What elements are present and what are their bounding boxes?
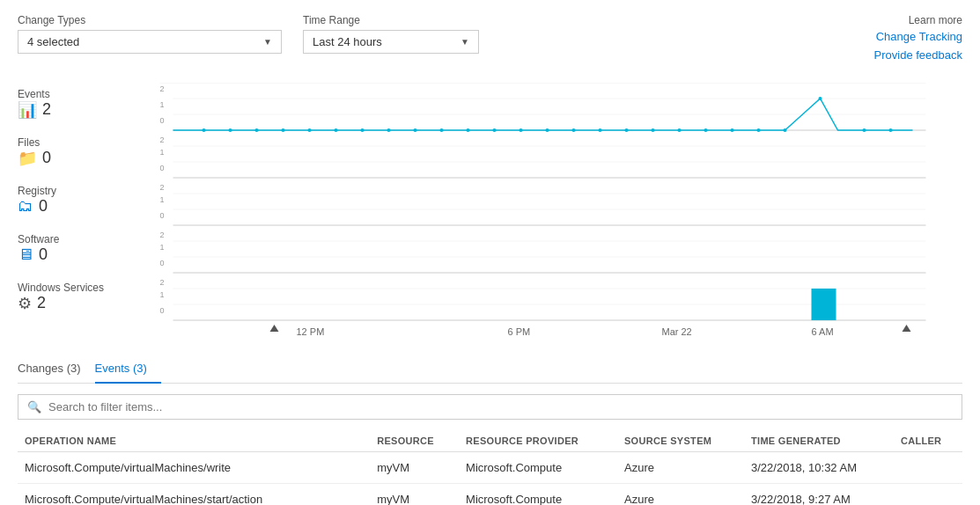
svg-text:1: 1	[160, 290, 165, 299]
svg-text:12 PM: 12 PM	[297, 326, 325, 337]
cell-provider: Microsoft.Compute	[459, 483, 617, 505]
svg-point-14	[387, 128, 391, 132]
svg-point-29	[784, 128, 787, 132]
svg-point-26	[704, 128, 708, 132]
svg-text:0: 0	[160, 116, 165, 125]
time-range-dropdown[interactable]: Last 24 hours ▼	[303, 30, 479, 54]
time-range-arrow-icon: ▼	[461, 37, 469, 47]
svg-point-31	[863, 128, 866, 132]
cell-provider: Microsoft.Compute	[459, 451, 617, 483]
svg-text:0: 0	[160, 306, 165, 315]
chart-sidebar: Events 📊 2 Files 📁 0 Registry 🗂 0	[18, 83, 123, 340]
cell-operation: Microsoft.Compute/virtualMachines/write	[18, 451, 370, 483]
cell-source: Azure	[617, 483, 744, 505]
svg-point-23	[625, 128, 629, 132]
files-count: 0	[42, 149, 51, 167]
tab-changes[interactable]: Changes (3)	[18, 355, 95, 384]
svg-text:1: 1	[160, 195, 165, 204]
events-icon: 📊	[18, 100, 37, 120]
svg-point-28	[757, 128, 761, 132]
svg-text:1: 1	[160, 100, 165, 109]
svg-point-9	[255, 128, 259, 132]
svg-text:2: 2	[160, 135, 165, 144]
svg-point-22	[599, 128, 602, 132]
cell-resource: myVM	[370, 451, 459, 483]
svg-marker-58	[270, 325, 279, 332]
search-input[interactable]	[48, 400, 953, 414]
svg-text:2: 2	[160, 278, 165, 287]
cell-caller	[894, 451, 962, 483]
category-events: Events 📊 2	[18, 83, 123, 131]
change-types-group: Change Types 4 selected ▼	[18, 14, 282, 54]
svg-text:6 PM: 6 PM	[508, 326, 531, 337]
svg-text:2: 2	[160, 183, 165, 192]
svg-point-19	[519, 128, 523, 132]
svg-point-30	[819, 97, 822, 100]
tabs-bar: Changes (3) Events (3)	[18, 355, 962, 384]
change-types-value: 4 selected	[27, 35, 79, 48]
svg-point-15	[414, 128, 417, 132]
col-header-operation: OPERATION NAME	[18, 430, 370, 452]
change-types-label: Change Types	[18, 14, 282, 26]
col-header-caller: CALLER	[894, 430, 962, 452]
svg-point-12	[335, 128, 338, 132]
search-box: 🔍	[18, 394, 962, 420]
software-count: 0	[39, 245, 48, 264]
search-icon: 🔍	[27, 400, 41, 414]
cell-source: Azure	[617, 451, 744, 483]
category-files: Files 📁 0	[18, 131, 123, 179]
table-row[interactable]: Microsoft.Compute/virtualMachines/write …	[18, 451, 962, 483]
svg-point-17	[467, 128, 470, 132]
category-software: Software 🖥 0	[18, 228, 123, 276]
change-types-dropdown[interactable]: 4 selected ▼	[18, 30, 282, 54]
files-icon: 📁	[18, 149, 37, 168]
svg-point-21	[572, 128, 576, 132]
cell-operation: Microsoft.Compute/virtualMachines/start/…	[18, 483, 370, 505]
category-registry: Registry 🗂 0	[18, 179, 123, 228]
col-header-resource: RESOURCE	[370, 430, 459, 452]
svg-text:0: 0	[160, 259, 165, 267]
cell-time: 3/22/2018, 9:27 AM	[744, 483, 894, 505]
category-windows-services: Windows Services ⚙ 2	[18, 276, 123, 325]
chart-svg: 2 1 0	[123, 83, 962, 338]
time-range-label: Time Range	[303, 14, 479, 26]
svg-point-7	[203, 128, 206, 132]
learn-more-label: Learn more	[909, 14, 962, 26]
tab-events[interactable]: Events (3)	[95, 355, 161, 384]
svg-point-13	[361, 128, 365, 132]
windows-services-count: 2	[37, 294, 46, 312]
svg-point-18	[493, 128, 497, 132]
svg-rect-57	[812, 289, 836, 320]
time-range-value: Last 24 hours	[313, 35, 382, 48]
software-icon: 🖥	[18, 245, 33, 264]
svg-point-11	[308, 128, 312, 132]
change-types-arrow-icon: ▼	[263, 37, 272, 47]
svg-point-20	[546, 128, 549, 132]
chart-section: Events 📊 2 Files 📁 0 Registry 🗂 0	[18, 83, 962, 340]
chart-area: 2 1 0	[123, 83, 962, 340]
col-header-source: SOURCE SYSTEM	[617, 430, 744, 452]
col-header-provider: RESOURCE PROVIDER	[459, 430, 617, 452]
svg-text:2: 2	[160, 84, 165, 93]
registry-count: 0	[39, 197, 48, 216]
svg-text:2: 2	[160, 231, 165, 239]
svg-point-27	[731, 128, 734, 132]
provide-feedback-link[interactable]: Provide feedback	[874, 47, 962, 65]
svg-text:0: 0	[160, 164, 165, 172]
registry-icon: 🗂	[18, 197, 33, 216]
col-header-time: TIME GENERATED	[744, 430, 894, 452]
svg-text:1: 1	[160, 243, 165, 252]
svg-text:0: 0	[160, 211, 165, 220]
svg-marker-59	[903, 325, 911, 332]
svg-point-16	[440, 128, 444, 132]
cell-time: 3/22/2018, 10:32 AM	[744, 451, 894, 483]
table-row[interactable]: Microsoft.Compute/virtualMachines/start/…	[18, 483, 962, 505]
events-count: 2	[42, 100, 51, 119]
change-tracking-link[interactable]: Change Tracking	[876, 28, 962, 47]
svg-point-24	[652, 128, 655, 132]
events-table: OPERATION NAME RESOURCE RESOURCE PROVIDE…	[18, 430, 962, 505]
svg-point-32	[889, 128, 893, 132]
windows-services-icon: ⚙	[18, 294, 32, 313]
cell-resource: myVM	[370, 483, 459, 505]
svg-point-10	[282, 128, 285, 132]
